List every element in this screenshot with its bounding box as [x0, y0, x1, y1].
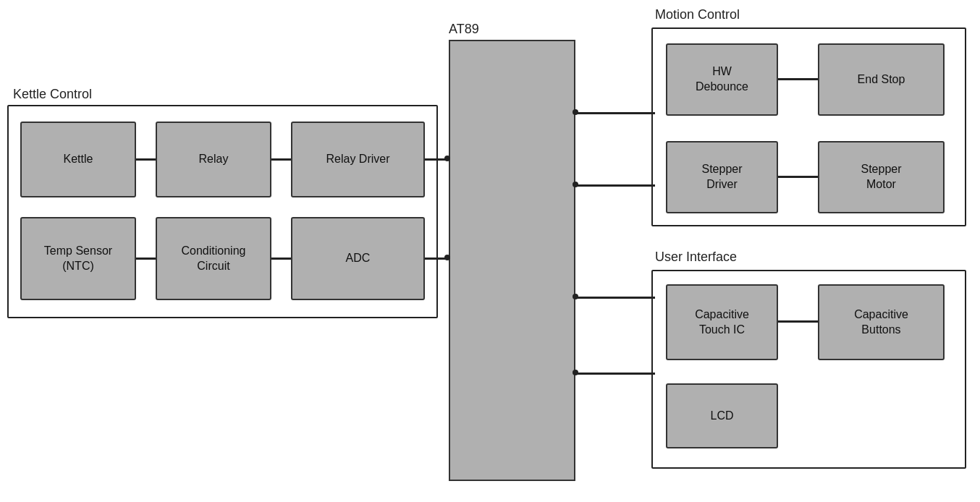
junction-dot-left-2 — [444, 255, 450, 260]
block-diagram: Kettle Control Kettle Relay Relay Driver… — [0, 0, 980, 502]
junction-dot-1 — [573, 109, 578, 115]
at89-motion-top-line — [575, 112, 655, 114]
stepper-driver-block: StepperDriver — [666, 141, 778, 213]
junction-dot-left-1 — [444, 156, 450, 161]
hw-debounce-block: HWDebounce — [666, 43, 778, 116]
at89-label: AT89 — [449, 22, 479, 37]
junction-dot-2 — [573, 182, 578, 187]
at89-motion-bottom-line — [575, 184, 655, 187]
cond-adc-line — [271, 258, 291, 260]
tempsensor-cond-line — [136, 258, 156, 260]
captouch-capbuttons-line — [778, 320, 818, 323]
relay-driver-block: Relay Driver — [291, 122, 425, 197]
capacitive-touch-block: CapacitiveTouch IC — [666, 284, 778, 360]
kettle-block: Kettle — [20, 122, 136, 197]
hwdebounce-endstop-line — [778, 78, 818, 80]
at89-ui-bottom-line — [575, 373, 655, 375]
temp-sensor-block: Temp Sensor(NTC) — [20, 217, 136, 300]
stepperdriver-steppermotor-line — [778, 176, 818, 178]
capacitive-buttons-block: CapacitiveButtons — [818, 284, 945, 360]
kettle-control-label: Kettle Control — [13, 87, 92, 102]
relay-block: Relay — [156, 122, 271, 197]
user-interface-label: User Interface — [655, 250, 737, 265]
kettle-relay-line — [136, 158, 156, 161]
lcd-block: LCD — [666, 383, 778, 448]
at89-block — [449, 40, 575, 481]
end-stop-block: End Stop — [818, 43, 945, 116]
junction-dot-3 — [573, 294, 578, 299]
adc-block: ADC — [291, 217, 425, 300]
conditioning-circuit-block: ConditioningCircuit — [156, 217, 271, 300]
stepper-motor-block: StepperMotor — [818, 141, 945, 213]
at89-ui-top-line — [575, 297, 655, 299]
motion-control-label: Motion Control — [655, 7, 740, 22]
junction-dot-4 — [573, 370, 578, 375]
relay-relaydriver-line — [271, 158, 291, 161]
